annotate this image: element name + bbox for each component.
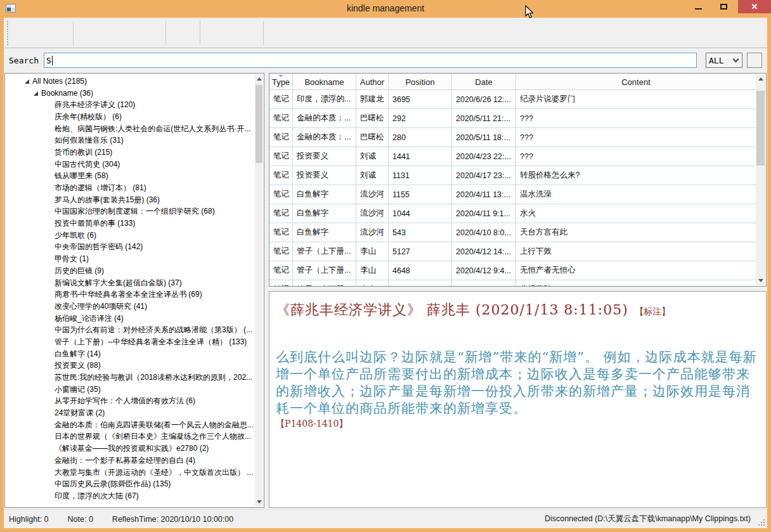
tree-item[interactable]: 中国古代简史 (304) [5,159,255,171]
table-row[interactable]: 笔记白鱼解字流沙河5432020/4/10 8:0...天台方言有此 [269,223,756,242]
tree-item[interactable]: 投资中最简单的事 (133) [5,217,255,230]
toolbar[interactable] [4,18,767,48]
column-header-date[interactable]: Date [452,74,516,89]
table-row[interactable]: 笔记白鱼解字流沙河11552020/4/11 13:...温水洗澡 [269,185,756,204]
tree-item[interactable]: 《解读基金——我的投资观和实践》e2780 (2) [5,443,255,455]
tree-scrollbar-thumb[interactable] [256,85,262,163]
tree-item[interactable]: 货币的教训 (215) [5,146,255,159]
tree-item[interactable]: 中国历史风云录(陈舜臣作品) (135) [5,478,255,490]
toolbar-separator [165,21,166,45]
tree-item[interactable]: 杨伯峻_论语译注 (4) [5,313,255,325]
tree-item[interactable]: 白鱼解字 (14) [5,348,255,360]
table-cell: 2020/6/26 12:... [452,90,516,108]
tree-item[interactable]: 甲骨文 (1) [5,253,255,265]
column-header-type[interactable]: Type [269,74,293,89]
expander-icon[interactable] [34,91,38,96]
table-cell: 无恒产者无恒心 [516,261,756,280]
column-header-content[interactable]: Content [516,74,756,89]
table-row[interactable]: 笔记管子（上下册...李山46482020/4/12 9:4...无恒产者无恒心 [269,261,756,280]
tree-item[interactable]: 印度，漂浮的次大陆 (67) [5,490,255,502]
tree-item[interactable]: 小窗幽记 (35) [5,384,255,396]
table-row[interactable]: 笔记投资要义刘诚14412020/4/23 22:...??? [269,147,756,166]
tree-item-label: 甲骨文 (1) [55,254,89,264]
table-scrollbar-thumb[interactable] [756,91,765,165]
tree-item[interactable]: 苏世民:我的经验与教训（2018读桥水达利欧的原则，202... [5,372,255,384]
table-cell: 李山 [356,280,389,286]
tree-item[interactable]: 薛兆丰经济学讲义 (120) [5,99,255,111]
table-cell: 2020/4/12 14:... [452,242,516,261]
tree-scrollbar[interactable] [255,74,263,507]
table-cell: 2020/5/11 18:... [452,128,516,146]
scroll-up-icon[interactable] [255,74,263,84]
tree-item-label: 庆余年(精校版） (6) [55,112,122,122]
column-header-author[interactable]: Author [356,74,389,89]
tree-item[interactable]: 庆余年(精校版） (6) [5,111,255,123]
tree: All Notes (2185)Bookname (36)薛兆丰经济学讲义 (1… [5,75,255,502]
search-action-button[interactable] [747,53,762,68]
note-detail-panel: 《薛兆丰经济学讲义》 薛兆丰 (2020/1/13 8:11:05) 【标注】 … [269,291,767,508]
table-cell: 白鱼解字 [293,204,356,223]
table-cell: 印度，漂浮的... [293,90,356,108]
table-cell: 3695 [389,90,452,108]
tree-item[interactable]: 少年凯歌 (6) [5,230,255,242]
table-row[interactable]: 笔记白鱼解字流沙河10442020/4/11 9:1...水火 [269,204,756,223]
table-cell: 金融的本质：... [293,109,356,127]
tree-item[interactable]: 投资要义 (88) [5,360,255,372]
table-scrollbar[interactable] [756,74,765,285]
table-row[interactable]: 笔记管子（上下册...李山45772020/4/12 9:4...萧规曹随 [269,280,756,286]
table-row[interactable]: 笔记投资要义刘诚11312020/4/17 23:...转股价格怎么来? [269,166,756,185]
tree-item[interactable]: 改变心理学的40项研究 (41) [5,301,255,313]
table-cell: 笔记 [269,128,293,146]
tree-item[interactable]: 从零开始学写作：个人增值的有效方法 (6) [5,396,255,408]
column-header-position[interactable]: Position [389,74,452,89]
toolbar-grip[interactable] [7,21,8,45]
table-cell: 笔记 [269,280,293,286]
tree-item[interactable]: Bookname (36) [5,88,255,100]
table-row[interactable]: 笔记印度，漂浮的...郭建龙36952020/6/26 12:...纪录片说婆罗… [269,90,756,109]
tree-item[interactable]: 金融街：一个影子私募基金经理的自白 (4) [5,455,255,467]
tree-item[interactable]: 市场的逻辑（增订本） (81) [5,182,255,194]
filter-dropdown[interactable]: ALL [706,53,742,68]
column-header-bookname[interactable]: Bookname [293,74,356,89]
table-cell: ??? [516,128,756,146]
table-row[interactable]: 笔记金融的本质：...巴曙松2922020/5/11 21:...??? [269,109,756,128]
table-cell: 投资要义 [293,166,356,185]
resize-grip[interactable] [758,519,765,526]
tree-item-label: 投资中最简单的事 (133) [55,218,135,229]
search-input[interactable]: S [44,53,697,68]
table-cell: ??? [516,109,756,127]
tree-item[interactable]: 大教堂与集市（开源运动的《圣经》，中文版首次出版） ... [5,467,255,479]
titlebar[interactable]: kindle management ✕ [0,0,771,18]
tree-item-label: 金融街：一个影子私募基金经理的自白 (4) [55,455,195,466]
tree-item[interactable]: 如何假装懂音乐 (31) [5,134,255,146]
tree-item-label: 金融的本质：伯南克四讲美联储(看一个风云人物的金融思... [55,420,254,431]
tree-item[interactable]: 历史的巨镜 (9) [5,265,255,277]
tree-item[interactable]: 管子（上下册）--中华经典名著全本全注全译（精） (133) [5,336,255,348]
scroll-down-icon[interactable] [255,497,263,507]
maximize-button[interactable] [714,0,733,13]
tree-item[interactable]: 中国为什么有前途：对外经济关系的战略潜能（第3版） (... [5,324,255,336]
tree-item[interactable]: 新编说文解字大全集(超值白金版) (37) [5,277,255,289]
tree-item[interactable]: 中国国家治理的制度逻辑：一个组织学研究 (68) [5,206,255,218]
scroll-down-icon[interactable] [756,276,765,285]
expander-icon[interactable] [25,79,29,84]
search-bar: Search S ALL [4,48,767,72]
close-button[interactable]: ✕ [738,0,771,13]
table-row[interactable]: 笔记金融的本质：...巴曙松2802020/5/11 18:...??? [269,128,756,147]
tree-item[interactable]: 日本的世界观（《剑桥日本史》主编凝练之作三个人物故... [5,431,255,443]
tree-item[interactable]: 商君书-中华经典名著全本全注全译丛书 (69) [5,289,255,301]
tree-item-label: 商君书-中华经典名著全本全注全译丛书 (69) [55,289,202,300]
tree-item[interactable]: 钱从哪里来 (58) [5,171,255,183]
scroll-up-icon[interactable] [756,74,765,84]
tree-item[interactable]: 枪炮、病菌与钢铁:人类社会的命运(世纪人文系列丛书·开... [5,123,255,135]
tree-item[interactable]: 24堂财富课 (2) [5,407,255,419]
notes-table-panel: TypeBooknameAuthorPositionDateContent 笔记… [269,73,767,287]
book-tree-panel: All Notes (2185)Bookname (36)薛兆丰经济学讲义 (1… [4,73,264,508]
tree-item[interactable]: 罗马人的故事(套装共15册) (36) [5,194,255,206]
table-cell: 543 [389,223,452,242]
tree-item[interactable]: All Notes (2185) [5,75,255,88]
tree-item[interactable]: 金融的本质：伯南克四讲美联储(看一个风云人物的金融思... [5,419,255,431]
tree-item[interactable]: 中央帝国的哲学密码 (142) [5,242,255,254]
table-row[interactable]: 笔记管子（上下册...李山51272020/4/12 14:...上行下效 [269,242,756,261]
minimize-button[interactable] [689,0,708,13]
